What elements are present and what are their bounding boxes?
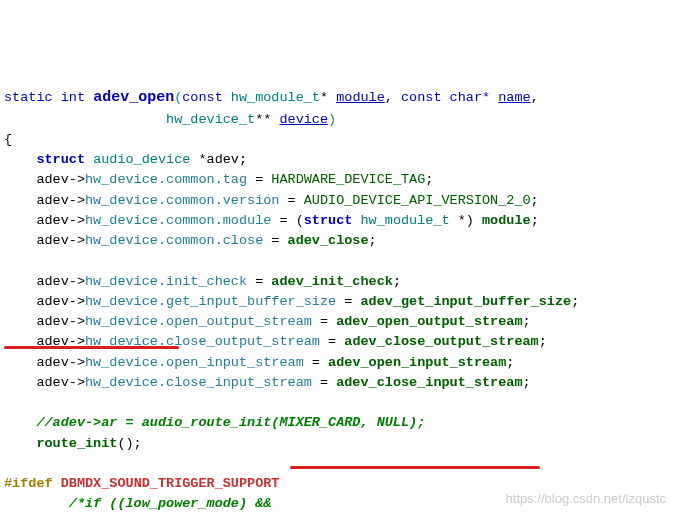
fn-openout: adev_open_output_stream [336,314,522,329]
param-module: module [336,90,385,105]
fn-adev-close: adev_close [288,233,369,248]
type-hwmodule: hw_module_t [231,90,320,105]
param-name: name [498,90,530,105]
func-name: adev_open [93,89,174,106]
kw-static: static [4,90,61,105]
type-hwdevice: hw_device_t [166,112,255,127]
kw-const1: const [182,90,231,105]
comment-block1: /*if ((low_power_mode) && [69,496,272,511]
comment-line: //adev->ar = audio_route_init(MIXER_CARD… [36,415,425,430]
kw-struct: struct [36,152,93,167]
red-underline-1 [4,346,179,349]
ref-module: module [482,213,531,228]
fn-route-init: route_init [36,436,117,451]
watermark: https://blog.csdn.net/lzqustc [506,489,666,509]
red-underline-2 [290,466,540,469]
kw-int: int [61,90,93,105]
preproc-ifdef: #ifdef [4,476,61,491]
fn-init-check: adev_init_check [271,274,393,289]
type-audiodevice: audio_device [93,152,190,167]
macro-apiver: AUDIO_DEVICE_API_VERSION_2_0 [304,193,531,208]
macro-hdt: HARDWARE_DEVICE_TAG [271,172,425,187]
code-block: static int adev_open(const hw_module_t* … [4,87,672,514]
fn-closeout: adev_close_output_stream [344,334,538,349]
param-device: device [279,112,328,127]
fn-getbuf: adev_get_input_buffer_size [360,294,571,309]
fn-closein: adev_close_input_stream [336,375,522,390]
kw-const2: const char* [401,90,498,105]
brace-open: { [4,132,12,147]
define-symbol: DBMDX_SOUND_TRIGGER_SUPPORT [61,476,280,491]
fn-openin: adev_open_input_stream [328,355,506,370]
